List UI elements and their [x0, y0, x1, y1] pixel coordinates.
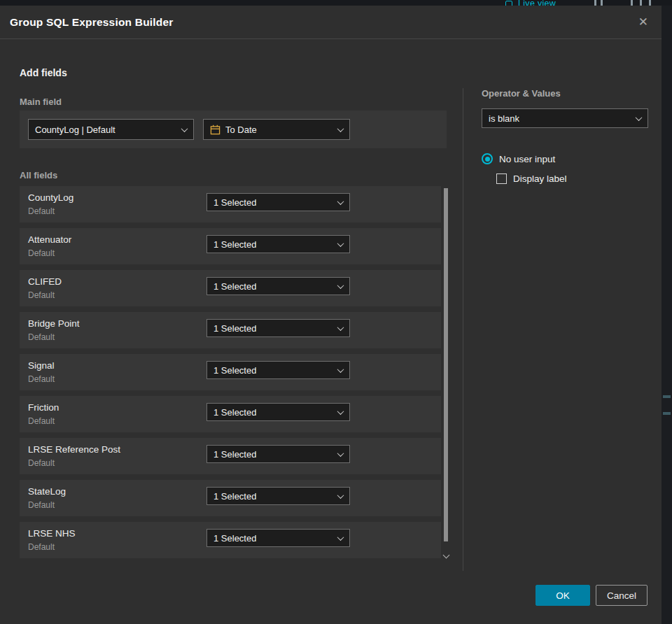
row-selected-dropdown-label: 1 Selected [214, 533, 256, 544]
operator-values-panel: Operator & Values is blank No user input… [482, 88, 648, 184]
field-row: LRSE NHS Default 1 Selected [20, 522, 441, 558]
main-field-date-value: To Date [225, 125, 257, 135]
all-fields-list-wrap: CountyLog Default 1 Selected Attenuator … [20, 186, 449, 565]
field-selected-dropdown[interactable]: 1 Selected [206, 529, 350, 547]
toolbar-icon[interactable] [640, 0, 642, 6]
row-selected-dropdown-label: 1 Selected [214, 281, 256, 292]
toolbar-icon[interactable] [601, 0, 603, 6]
dialog-header: Group SQL Expression Builder ✕ [0, 6, 662, 39]
field-selected-dropdown[interactable]: 1 Selected [206, 319, 350, 337]
no-user-input-option[interactable]: No user input [482, 153, 648, 164]
dialog-footer: OK Cancel [536, 585, 648, 606]
scroll-down-icon[interactable] [443, 552, 450, 559]
chevron-down-icon [337, 492, 344, 499]
chevron-down-icon [337, 324, 344, 331]
field-selected-dropdown[interactable]: 1 Selected [206, 277, 350, 295]
group-sql-expression-builder-dialog: Group SQL Expression Builder ✕ Add field… [0, 6, 662, 624]
row-selected-dropdown-label: 1 Selected [214, 449, 256, 460]
field-selected-dropdown[interactable]: 1 Selected [206, 361, 350, 379]
close-icon: ✕ [638, 15, 648, 29]
chevron-down-icon [181, 125, 188, 132]
display-label-label: Display label [513, 173, 567, 184]
row-selected-dropdown-label: 1 Selected [214, 323, 256, 334]
add-fields-heading: Add fields [20, 67, 67, 78]
chevron-down-icon [337, 450, 344, 457]
field-row: CLIFED Default 1 Selected [20, 270, 441, 306]
app-toolbar-strip: Live view [0, 0, 672, 6]
field-row: Attenuator Default 1 Selected [20, 228, 441, 264]
field-selected-dropdown[interactable]: 1 Selected [206, 235, 350, 253]
row-selected-dropdown-label: 1 Selected [214, 197, 256, 208]
field-row: StateLog Default 1 Selected [20, 480, 441, 516]
edge-widget [663, 395, 671, 398]
dialog-title: Group SQL Expression Builder [10, 16, 174, 29]
field-selected-dropdown[interactable]: 1 Selected [206, 193, 350, 211]
scrollbar[interactable] [443, 186, 449, 565]
close-button[interactable]: ✕ [635, 15, 652, 29]
main-field-label: Main field [20, 97, 62, 107]
chevron-down-icon [337, 534, 344, 541]
field-selected-dropdown[interactable]: 1 Selected [206, 487, 350, 505]
row-selected-dropdown-label: 1 Selected [214, 239, 256, 250]
row-selected-dropdown-label: 1 Selected [214, 491, 256, 502]
checkbox-icon[interactable] [496, 173, 507, 184]
field-selected-dropdown[interactable]: 1 Selected [206, 403, 350, 421]
chevron-down-icon [337, 125, 344, 132]
operator-values-title: Operator & Values [482, 88, 648, 99]
toolbar-icon[interactable] [631, 0, 633, 6]
live-view-label[interactable]: Live view [518, 0, 556, 6]
chevron-down-icon [337, 282, 344, 289]
edge-widget [663, 412, 671, 415]
chevron-down-icon [337, 198, 344, 205]
field-row: CountyLog Default 1 Selected [20, 186, 441, 222]
chevron-down-icon [337, 366, 344, 373]
operator-dropdown[interactable]: is blank [482, 108, 648, 128]
field-row: Signal Default 1 Selected [20, 354, 441, 390]
field-row: Bridge Point Default 1 Selected [20, 312, 441, 348]
row-selected-dropdown-label: 1 Selected [214, 407, 256, 418]
field-selected-dropdown[interactable]: 1 Selected [206, 445, 350, 463]
calendar-icon [210, 125, 220, 135]
radio-icon[interactable] [482, 153, 493, 164]
row-selected-dropdown-label: 1 Selected [214, 365, 256, 376]
main-field-source-value: CountyLog | Default [35, 125, 115, 135]
scrollbar-thumb[interactable] [444, 188, 448, 541]
toolbar-icon[interactable] [649, 0, 651, 6]
chevron-down-icon [636, 114, 643, 121]
chevron-down-icon [337, 240, 344, 247]
no-user-input-label: No user input [499, 154, 555, 164]
live-view-icon [505, 1, 512, 6]
field-row: Friction Default 1 Selected [20, 396, 441, 432]
main-field-date-dropdown[interactable]: To Date [203, 119, 350, 140]
all-fields-list: CountyLog Default 1 Selected Attenuator … [20, 186, 441, 558]
display-label-option[interactable]: Display label [496, 173, 648, 184]
all-fields-label: All fields [20, 170, 57, 180]
toolbar-icon[interactable] [594, 0, 596, 6]
cancel-button[interactable]: Cancel [596, 585, 648, 606]
field-row: LRSE Reference Post Default 1 Selected [20, 438, 441, 474]
panel-divider [463, 88, 463, 571]
ok-button[interactable]: OK [536, 585, 590, 606]
main-field-row: CountyLog | Default To Date [20, 111, 447, 148]
chevron-down-icon [337, 408, 344, 415]
main-field-source-dropdown[interactable]: CountyLog | Default [28, 119, 194, 140]
operator-value: is blank [489, 113, 519, 124]
